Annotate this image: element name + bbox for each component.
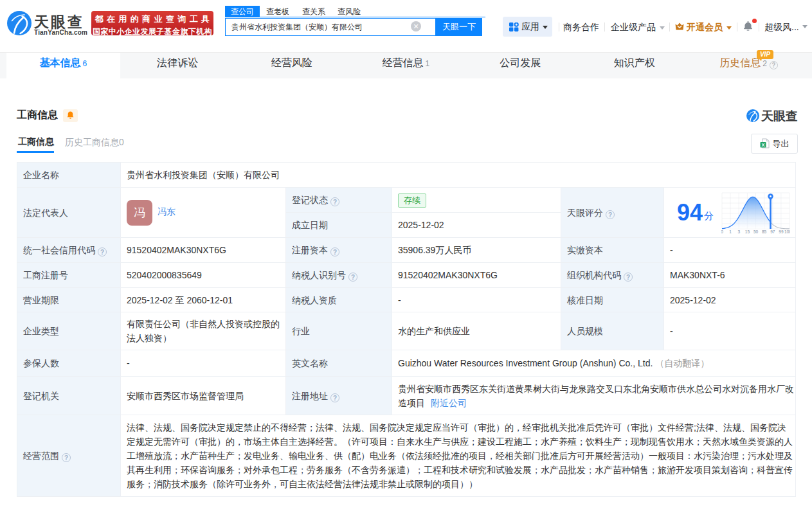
svg-text:0: 0 [721,229,723,233]
svg-text:X: X [761,142,764,148]
svg-text:15: 15 [745,229,750,233]
svg-text:99: 99 [779,229,784,233]
svg-text:50: 50 [753,229,759,233]
svg-text:3: 3 [737,229,740,233]
svg-text:97: 97 [770,229,775,233]
svg-text:天眼查: 天眼查 [761,109,798,123]
svg-text:85: 85 [762,229,767,233]
svg-text:100: 100 [784,229,790,233]
svg-text:1: 1 [729,229,732,233]
